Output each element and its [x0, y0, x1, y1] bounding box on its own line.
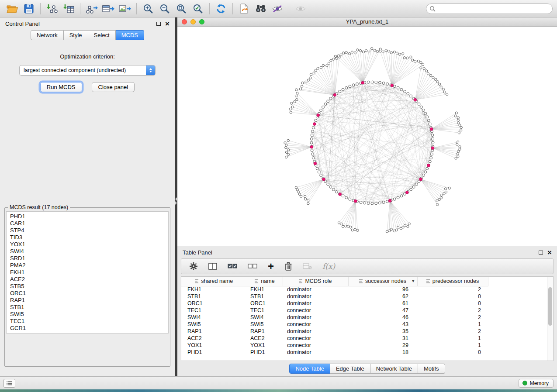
- result-node[interactable]: TID3: [7, 234, 168, 241]
- result-node[interactable]: SWI5: [7, 311, 168, 318]
- table-row[interactable]: SWI5SWI5connector431: [181, 321, 488, 328]
- result-node[interactable]: CAR1: [7, 220, 168, 227]
- result-node[interactable]: RAP1: [7, 297, 168, 304]
- export-web-icon[interactable]: [236, 2, 252, 15]
- select-all-columns-icon[interactable]: [228, 263, 237, 269]
- table-scrollbar-thumb[interactable]: [548, 287, 552, 326]
- save-icon[interactable]: [21, 2, 37, 15]
- status-menu-button[interactable]: [3, 379, 15, 388]
- import-table-icon[interactable]: [61, 2, 76, 15]
- node-table-body: FKH1FKH1dominator962STB1STB1dominator620…: [181, 286, 488, 356]
- network-window-titlebar[interactable]: YPA_prune.txt_1: [177, 17, 557, 27]
- result-node[interactable]: PMA2: [7, 262, 168, 269]
- table-panel-header: Table Panel ×: [177, 246, 557, 257]
- result-node[interactable]: SRD1: [7, 255, 168, 262]
- open-folder-icon[interactable]: [4, 2, 20, 15]
- table-cell: RAP1: [247, 328, 283, 335]
- table-cell: dominator: [283, 293, 348, 300]
- splitter-handle-icon[interactable]: [175, 197, 177, 205]
- zoom-selected-icon[interactable]: [190, 2, 206, 15]
- settings-gear-icon[interactable]: [189, 262, 198, 271]
- refresh-layout-icon[interactable]: [213, 2, 229, 15]
- optimization-criterion-select[interactable]: largest connected component (undirected): [19, 65, 156, 76]
- table-cell: ORC1: [247, 300, 283, 307]
- table-cell: connector: [283, 307, 348, 314]
- table-cell: 0: [417, 293, 488, 300]
- node-table: shared namenameMCDS rolesuccessor nodes▾…: [181, 277, 488, 356]
- table-cell: PHD1: [181, 349, 247, 356]
- memory-button[interactable]: Memory: [519, 379, 554, 388]
- table-row[interactable]: ORC1ORC1dominator610: [181, 300, 488, 307]
- table-cell: 61: [348, 300, 417, 307]
- deselect-all-columns-icon[interactable]: [248, 263, 257, 269]
- table-row[interactable]: FKH1FKH1dominator962: [181, 286, 488, 293]
- network-window: YPA_prune.txt_1: [177, 17, 557, 246]
- tab-network[interactable]: Network: [31, 30, 64, 40]
- table-cell: 2: [417, 307, 488, 314]
- column-layout-icon[interactable]: [208, 263, 217, 270]
- application-window: Control Panel × NetworkStyleSelectMCDS O…: [0, 0, 557, 392]
- zoom-out-icon[interactable]: [157, 2, 173, 15]
- zoom-fit-icon[interactable]: [173, 2, 189, 15]
- column-type-icon: [299, 278, 303, 284]
- tab-motifs[interactable]: Motifs: [418, 364, 445, 374]
- table-scrollbar[interactable]: [547, 277, 553, 361]
- tab-select[interactable]: Select: [88, 30, 116, 40]
- import-network-icon[interactable]: [44, 2, 60, 15]
- table-cell: STB1: [181, 293, 247, 300]
- column-header-name[interactable]: name: [247, 277, 283, 286]
- close-panel-button[interactable]: Close panel: [92, 82, 135, 92]
- table-row[interactable]: TEC1TEC1connector472: [181, 307, 488, 314]
- result-node[interactable]: STP4: [7, 227, 168, 234]
- result-node[interactable]: PHD1: [7, 213, 168, 220]
- column-header-predecessor-nodes[interactable]: predecessor nodes: [417, 277, 488, 286]
- table-row[interactable]: PHD1PHD1dominator180: [181, 349, 488, 356]
- tab-node-table[interactable]: Node Table: [289, 364, 330, 374]
- show-all-icon[interactable]: [293, 2, 308, 15]
- table-row[interactable]: ACE2ACE2connector311: [181, 335, 488, 342]
- result-node[interactable]: STB5: [7, 283, 168, 290]
- memory-label: Memory: [530, 380, 549, 386]
- tab-mcds[interactable]: MCDS: [116, 30, 144, 40]
- tab-style[interactable]: Style: [64, 30, 88, 40]
- table-row[interactable]: RAP1RAP1dominator352: [181, 328, 488, 335]
- delete-column-icon[interactable]: [284, 262, 292, 271]
- add-column-icon[interactable]: +: [268, 262, 274, 271]
- column-header-shared-name[interactable]: shared name: [181, 277, 247, 286]
- search-input[interactable]: [426, 3, 553, 14]
- column-header-MCDS-role[interactable]: MCDS role: [283, 277, 348, 286]
- result-node[interactable]: ACE2: [7, 276, 168, 283]
- table-row[interactable]: STB1STB1dominator620: [181, 293, 488, 300]
- table-row[interactable]: SWI4SWI4dominator462: [181, 314, 488, 321]
- run-mcds-button[interactable]: Run MCDS: [40, 82, 82, 92]
- float-table-panel-icon[interactable]: [539, 251, 543, 254]
- search-network-icon[interactable]: [253, 2, 269, 15]
- list-icon: [7, 381, 12, 385]
- close-panel-icon[interactable]: ×: [165, 22, 170, 26]
- hide-selected-icon[interactable]: [270, 2, 285, 15]
- result-node[interactable]: GCR1: [7, 325, 168, 332]
- table-cell: 0: [417, 349, 488, 356]
- result-node[interactable]: STB1: [7, 304, 168, 311]
- table-cell: SWI5: [181, 321, 247, 328]
- result-node[interactable]: TEC1: [7, 318, 168, 325]
- table-row[interactable]: YOX1YOX1connector291: [181, 342, 488, 349]
- export-table-icon[interactable]: [100, 2, 116, 15]
- zoom-in-icon[interactable]: [140, 2, 156, 15]
- sort-direction-icon[interactable]: ▾: [412, 278, 415, 284]
- search-container: [426, 3, 553, 14]
- result-node[interactable]: YOX1: [7, 241, 168, 248]
- close-table-panel-icon[interactable]: ×: [547, 251, 552, 255]
- table-cell: dominator: [283, 286, 348, 293]
- network-graph[interactable]: [177, 27, 557, 246]
- result-node[interactable]: ORC1: [7, 290, 168, 297]
- tab-network-table[interactable]: Network Table: [370, 364, 418, 374]
- export-image-icon[interactable]: [117, 2, 133, 15]
- float-panel-icon[interactable]: [156, 22, 161, 26]
- column-header-successor-nodes[interactable]: successor nodes▾: [348, 277, 417, 286]
- export-network-icon[interactable]: [84, 2, 100, 15]
- result-node[interactable]: SWI4: [7, 248, 168, 255]
- tab-edge-table[interactable]: Edge Table: [330, 364, 370, 374]
- result-node[interactable]: FKH1: [7, 269, 168, 276]
- panel-splitter[interactable]: [175, 17, 177, 376]
